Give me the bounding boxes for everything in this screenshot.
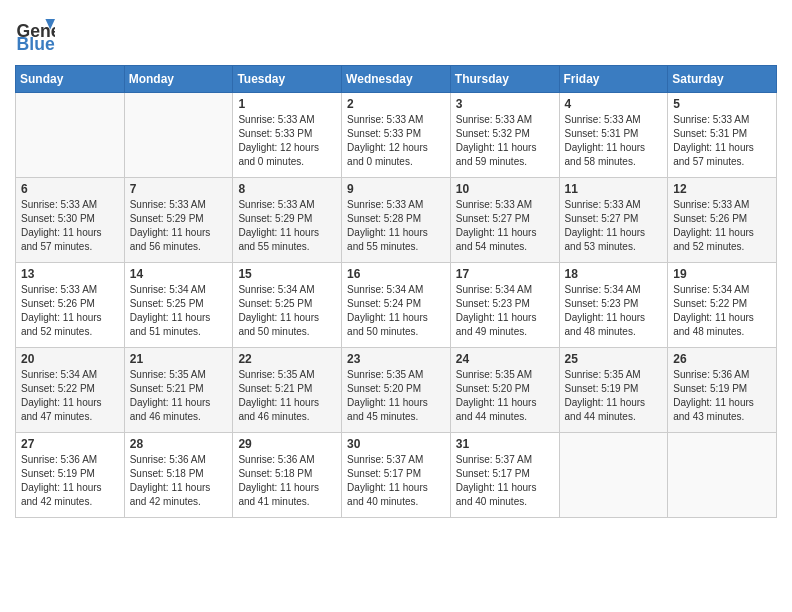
- day-number: 11: [565, 182, 663, 196]
- sunrise-text: Sunrise: 5:33 AM: [238, 198, 336, 212]
- day-info: Sunrise: 5:34 AMSunset: 5:23 PMDaylight:…: [565, 283, 663, 339]
- calendar-cell: 1Sunrise: 5:33 AMSunset: 5:33 PMDaylight…: [233, 93, 342, 178]
- sunset-text: Sunset: 5:22 PM: [673, 297, 771, 311]
- logo-icon: General Blue: [15, 15, 55, 55]
- daylight-text: Daylight: 11 hours and 57 minutes.: [673, 141, 771, 169]
- calendar-cell: [16, 93, 125, 178]
- day-info: Sunrise: 5:33 AMSunset: 5:31 PMDaylight:…: [565, 113, 663, 169]
- sunset-text: Sunset: 5:26 PM: [673, 212, 771, 226]
- day-number: 31: [456, 437, 554, 451]
- daylight-text: Daylight: 11 hours and 40 minutes.: [456, 481, 554, 509]
- sunrise-text: Sunrise: 5:34 AM: [347, 283, 445, 297]
- day-info: Sunrise: 5:37 AMSunset: 5:17 PMDaylight:…: [456, 453, 554, 509]
- daylight-text: Daylight: 11 hours and 48 minutes.: [673, 311, 771, 339]
- daylight-text: Daylight: 11 hours and 42 minutes.: [21, 481, 119, 509]
- week-row-2: 6Sunrise: 5:33 AMSunset: 5:30 PMDaylight…: [16, 178, 777, 263]
- day-info: Sunrise: 5:35 AMSunset: 5:19 PMDaylight:…: [565, 368, 663, 424]
- daylight-text: Daylight: 11 hours and 48 minutes.: [565, 311, 663, 339]
- sunrise-text: Sunrise: 5:36 AM: [238, 453, 336, 467]
- calendar-cell: 21Sunrise: 5:35 AMSunset: 5:21 PMDayligh…: [124, 348, 233, 433]
- day-info: Sunrise: 5:35 AMSunset: 5:20 PMDaylight:…: [347, 368, 445, 424]
- day-number: 5: [673, 97, 771, 111]
- sunset-text: Sunset: 5:18 PM: [238, 467, 336, 481]
- calendar-cell: [559, 433, 668, 518]
- daylight-text: Daylight: 11 hours and 53 minutes.: [565, 226, 663, 254]
- sunrise-text: Sunrise: 5:35 AM: [238, 368, 336, 382]
- day-number: 19: [673, 267, 771, 281]
- day-info: Sunrise: 5:36 AMSunset: 5:18 PMDaylight:…: [130, 453, 228, 509]
- sunset-text: Sunset: 5:31 PM: [565, 127, 663, 141]
- day-info: Sunrise: 5:33 AMSunset: 5:29 PMDaylight:…: [238, 198, 336, 254]
- header-day-monday: Monday: [124, 66, 233, 93]
- sunset-text: Sunset: 5:17 PM: [347, 467, 445, 481]
- sunset-text: Sunset: 5:32 PM: [456, 127, 554, 141]
- daylight-text: Daylight: 11 hours and 41 minutes.: [238, 481, 336, 509]
- sunset-text: Sunset: 5:20 PM: [347, 382, 445, 396]
- daylight-text: Daylight: 11 hours and 55 minutes.: [347, 226, 445, 254]
- sunrise-text: Sunrise: 5:35 AM: [456, 368, 554, 382]
- sunset-text: Sunset: 5:26 PM: [21, 297, 119, 311]
- sunrise-text: Sunrise: 5:36 AM: [21, 453, 119, 467]
- logo: General Blue: [15, 15, 55, 55]
- daylight-text: Daylight: 11 hours and 50 minutes.: [238, 311, 336, 339]
- sunrise-text: Sunrise: 5:33 AM: [673, 113, 771, 127]
- day-info: Sunrise: 5:33 AMSunset: 5:32 PMDaylight:…: [456, 113, 554, 169]
- day-info: Sunrise: 5:36 AMSunset: 5:19 PMDaylight:…: [21, 453, 119, 509]
- sunset-text: Sunset: 5:19 PM: [673, 382, 771, 396]
- day-info: Sunrise: 5:34 AMSunset: 5:23 PMDaylight:…: [456, 283, 554, 339]
- sunset-text: Sunset: 5:19 PM: [21, 467, 119, 481]
- sunset-text: Sunset: 5:21 PM: [130, 382, 228, 396]
- sunset-text: Sunset: 5:24 PM: [347, 297, 445, 311]
- sunset-text: Sunset: 5:33 PM: [347, 127, 445, 141]
- daylight-text: Daylight: 11 hours and 49 minutes.: [456, 311, 554, 339]
- calendar-table: SundayMondayTuesdayWednesdayThursdayFrid…: [15, 65, 777, 518]
- header-day-friday: Friday: [559, 66, 668, 93]
- daylight-text: Daylight: 11 hours and 54 minutes.: [456, 226, 554, 254]
- sunrise-text: Sunrise: 5:33 AM: [456, 113, 554, 127]
- day-number: 7: [130, 182, 228, 196]
- daylight-text: Daylight: 11 hours and 58 minutes.: [565, 141, 663, 169]
- sunset-text: Sunset: 5:22 PM: [21, 382, 119, 396]
- sunrise-text: Sunrise: 5:37 AM: [347, 453, 445, 467]
- sunrise-text: Sunrise: 5:35 AM: [130, 368, 228, 382]
- sunrise-text: Sunrise: 5:34 AM: [130, 283, 228, 297]
- day-info: Sunrise: 5:36 AMSunset: 5:19 PMDaylight:…: [673, 368, 771, 424]
- sunrise-text: Sunrise: 5:36 AM: [673, 368, 771, 382]
- day-number: 4: [565, 97, 663, 111]
- sunset-text: Sunset: 5:17 PM: [456, 467, 554, 481]
- day-info: Sunrise: 5:35 AMSunset: 5:21 PMDaylight:…: [130, 368, 228, 424]
- daylight-text: Daylight: 11 hours and 55 minutes.: [238, 226, 336, 254]
- daylight-text: Daylight: 11 hours and 46 minutes.: [130, 396, 228, 424]
- sunrise-text: Sunrise: 5:34 AM: [238, 283, 336, 297]
- day-number: 23: [347, 352, 445, 366]
- daylight-text: Daylight: 11 hours and 56 minutes.: [130, 226, 228, 254]
- daylight-text: Daylight: 11 hours and 42 minutes.: [130, 481, 228, 509]
- calendar-cell: 6Sunrise: 5:33 AMSunset: 5:30 PMDaylight…: [16, 178, 125, 263]
- day-number: 17: [456, 267, 554, 281]
- day-info: Sunrise: 5:34 AMSunset: 5:25 PMDaylight:…: [238, 283, 336, 339]
- sunset-text: Sunset: 5:30 PM: [21, 212, 119, 226]
- calendar-cell: 31Sunrise: 5:37 AMSunset: 5:17 PMDayligh…: [450, 433, 559, 518]
- day-info: Sunrise: 5:33 AMSunset: 5:26 PMDaylight:…: [21, 283, 119, 339]
- daylight-text: Daylight: 11 hours and 44 minutes.: [565, 396, 663, 424]
- calendar-cell: [668, 433, 777, 518]
- day-info: Sunrise: 5:37 AMSunset: 5:17 PMDaylight:…: [347, 453, 445, 509]
- header-day-saturday: Saturday: [668, 66, 777, 93]
- daylight-text: Daylight: 11 hours and 52 minutes.: [673, 226, 771, 254]
- day-number: 14: [130, 267, 228, 281]
- sunrise-text: Sunrise: 5:33 AM: [673, 198, 771, 212]
- calendar-cell: [124, 93, 233, 178]
- sunset-text: Sunset: 5:18 PM: [130, 467, 228, 481]
- sunrise-text: Sunrise: 5:34 AM: [673, 283, 771, 297]
- day-info: Sunrise: 5:34 AMSunset: 5:22 PMDaylight:…: [21, 368, 119, 424]
- calendar-cell: 30Sunrise: 5:37 AMSunset: 5:17 PMDayligh…: [342, 433, 451, 518]
- sunrise-text: Sunrise: 5:34 AM: [456, 283, 554, 297]
- daylight-text: Daylight: 11 hours and 51 minutes.: [130, 311, 228, 339]
- sunrise-text: Sunrise: 5:33 AM: [565, 113, 663, 127]
- calendar-cell: 10Sunrise: 5:33 AMSunset: 5:27 PMDayligh…: [450, 178, 559, 263]
- calendar-cell: 22Sunrise: 5:35 AMSunset: 5:21 PMDayligh…: [233, 348, 342, 433]
- sunset-text: Sunset: 5:25 PM: [238, 297, 336, 311]
- sunset-text: Sunset: 5:28 PM: [347, 212, 445, 226]
- day-number: 12: [673, 182, 771, 196]
- day-number: 13: [21, 267, 119, 281]
